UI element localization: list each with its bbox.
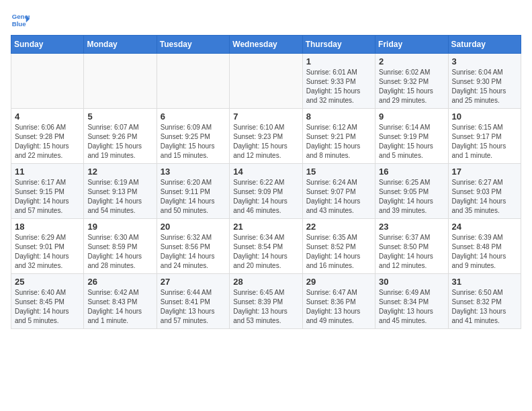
day-number: 14 <box>233 167 298 177</box>
day-number: 25 <box>15 277 80 287</box>
cell-content: Sunrise: 6:14 AM Sunset: 9:19 PM Dayligh… <box>379 123 444 161</box>
day-header-tuesday: Tuesday <box>157 36 229 54</box>
calendar-cell: 18Sunrise: 6:29 AM Sunset: 9:01 PM Dayli… <box>11 219 84 274</box>
calendar-cell: 22Sunrise: 6:35 AM Sunset: 8:52 PM Dayli… <box>302 219 375 274</box>
calendar-cell: 12Sunrise: 6:19 AM Sunset: 9:13 PM Dayli… <box>84 164 157 219</box>
day-header-thursday: Thursday <box>302 36 375 54</box>
calendar-cell: 30Sunrise: 6:49 AM Sunset: 8:34 PM Dayli… <box>375 274 448 329</box>
page-header: General Blue <box>11 11 521 30</box>
day-number: 6 <box>161 111 226 122</box>
calendar-cell: 5Sunrise: 6:07 AM Sunset: 9:26 PM Daylig… <box>84 109 157 164</box>
calendar-cell: 19Sunrise: 6:30 AM Sunset: 8:59 PM Dayli… <box>84 219 157 274</box>
calendar-week-5: 25Sunrise: 6:40 AM Sunset: 8:45 PM Dayli… <box>11 274 521 329</box>
cell-content: Sunrise: 6:06 AM Sunset: 9:28 PM Dayligh… <box>15 123 80 161</box>
cell-content: Sunrise: 6:10 AM Sunset: 9:23 PM Dayligh… <box>233 123 298 161</box>
day-number: 12 <box>87 167 152 177</box>
calendar-cell: 3Sunrise: 6:04 AM Sunset: 9:30 PM Daylig… <box>448 54 521 109</box>
day-header-saturday: Saturday <box>448 36 521 54</box>
day-number: 31 <box>452 277 517 287</box>
logo: General Blue <box>11 11 30 30</box>
day-number: 9 <box>379 111 444 122</box>
day-number: 18 <box>15 222 80 232</box>
calendar-week-2: 4Sunrise: 6:06 AM Sunset: 9:28 PM Daylig… <box>11 109 521 164</box>
calendar-week-4: 18Sunrise: 6:29 AM Sunset: 9:01 PM Dayli… <box>11 219 521 274</box>
day-number: 13 <box>161 167 226 177</box>
calendar-cell: 24Sunrise: 6:39 AM Sunset: 8:48 PM Dayli… <box>448 219 521 274</box>
day-number: 17 <box>452 167 517 177</box>
day-number: 26 <box>87 277 152 287</box>
calendar-cell: 13Sunrise: 6:20 AM Sunset: 9:11 PM Dayli… <box>157 164 229 219</box>
day-number: 16 <box>379 167 444 177</box>
day-number: 7 <box>233 111 298 122</box>
day-number: 15 <box>306 167 371 177</box>
day-number: 5 <box>87 111 152 122</box>
day-number: 30 <box>379 277 444 287</box>
calendar-cell <box>157 54 229 109</box>
cell-content: Sunrise: 6:30 AM Sunset: 8:59 PM Dayligh… <box>87 233 152 271</box>
calendar-cell: 27Sunrise: 6:44 AM Sunset: 8:41 PM Dayli… <box>157 274 229 329</box>
calendar-cell: 21Sunrise: 6:34 AM Sunset: 8:54 PM Dayli… <box>230 219 302 274</box>
cell-content: Sunrise: 6:09 AM Sunset: 9:25 PM Dayligh… <box>161 123 226 161</box>
day-number: 8 <box>306 111 371 122</box>
day-number: 21 <box>233 222 298 232</box>
calendar-cell: 11Sunrise: 6:17 AM Sunset: 9:15 PM Dayli… <box>11 164 84 219</box>
cell-content: Sunrise: 6:19 AM Sunset: 9:13 PM Dayligh… <box>87 178 152 216</box>
day-number: 3 <box>452 56 517 66</box>
cell-content: Sunrise: 6:04 AM Sunset: 9:30 PM Dayligh… <box>452 68 517 105</box>
cell-content: Sunrise: 6:29 AM Sunset: 9:01 PM Dayligh… <box>15 233 80 271</box>
day-header-sunday: Sunday <box>11 36 84 54</box>
calendar-cell: 20Sunrise: 6:32 AM Sunset: 8:56 PM Dayli… <box>157 219 229 274</box>
logo-icon: General Blue <box>11 11 30 30</box>
cell-content: Sunrise: 6:49 AM Sunset: 8:34 PM Dayligh… <box>379 288 444 326</box>
cell-content: Sunrise: 6:20 AM Sunset: 9:11 PM Dayligh… <box>161 178 226 216</box>
cell-content: Sunrise: 6:32 AM Sunset: 8:56 PM Dayligh… <box>161 233 226 271</box>
calendar-cell: 26Sunrise: 6:42 AM Sunset: 8:43 PM Dayli… <box>84 274 157 329</box>
calendar-body: 1Sunrise: 6:01 AM Sunset: 9:33 PM Daylig… <box>11 54 521 329</box>
day-number: 28 <box>233 277 298 287</box>
cell-content: Sunrise: 6:24 AM Sunset: 9:07 PM Dayligh… <box>306 178 371 216</box>
calendar-cell: 15Sunrise: 6:24 AM Sunset: 9:07 PM Dayli… <box>302 164 375 219</box>
calendar-cell: 1Sunrise: 6:01 AM Sunset: 9:33 PM Daylig… <box>302 54 375 109</box>
day-number: 11 <box>15 167 80 177</box>
calendar-cell: 6Sunrise: 6:09 AM Sunset: 9:25 PM Daylig… <box>157 109 229 164</box>
calendar-cell <box>11 54 84 109</box>
calendar-cell: 25Sunrise: 6:40 AM Sunset: 8:45 PM Dayli… <box>11 274 84 329</box>
calendar-cell: 8Sunrise: 6:12 AM Sunset: 9:21 PM Daylig… <box>302 109 375 164</box>
calendar-cell: 23Sunrise: 6:37 AM Sunset: 8:50 PM Dayli… <box>375 219 448 274</box>
day-number: 23 <box>379 222 444 232</box>
cell-content: Sunrise: 6:47 AM Sunset: 8:36 PM Dayligh… <box>306 288 371 326</box>
day-number: 2 <box>379 56 444 66</box>
cell-content: Sunrise: 6:37 AM Sunset: 8:50 PM Dayligh… <box>379 233 444 271</box>
cell-content: Sunrise: 6:02 AM Sunset: 9:32 PM Dayligh… <box>379 68 444 105</box>
calendar-cell: 9Sunrise: 6:14 AM Sunset: 9:19 PM Daylig… <box>375 109 448 164</box>
calendar-cell: 31Sunrise: 6:50 AM Sunset: 8:32 PM Dayli… <box>448 274 521 329</box>
calendar-cell: 10Sunrise: 6:15 AM Sunset: 9:17 PM Dayli… <box>448 109 521 164</box>
day-number: 27 <box>161 277 226 287</box>
calendar-week-3: 11Sunrise: 6:17 AM Sunset: 9:15 PM Dayli… <box>11 164 521 219</box>
cell-content: Sunrise: 6:50 AM Sunset: 8:32 PM Dayligh… <box>452 288 517 326</box>
cell-content: Sunrise: 6:27 AM Sunset: 9:03 PM Dayligh… <box>452 178 517 216</box>
cell-content: Sunrise: 6:25 AM Sunset: 9:05 PM Dayligh… <box>379 178 444 216</box>
day-number: 20 <box>161 222 226 232</box>
day-number: 10 <box>452 111 517 122</box>
cell-content: Sunrise: 6:40 AM Sunset: 8:45 PM Dayligh… <box>15 288 80 326</box>
calendar-week-1: 1Sunrise: 6:01 AM Sunset: 9:33 PM Daylig… <box>11 54 521 109</box>
calendar-cell: 28Sunrise: 6:45 AM Sunset: 8:39 PM Dayli… <box>230 274 302 329</box>
cell-content: Sunrise: 6:07 AM Sunset: 9:26 PM Dayligh… <box>87 123 152 161</box>
calendar-cell: 17Sunrise: 6:27 AM Sunset: 9:03 PM Dayli… <box>448 164 521 219</box>
day-number: 1 <box>306 56 371 66</box>
cell-content: Sunrise: 6:35 AM Sunset: 8:52 PM Dayligh… <box>306 233 371 271</box>
svg-text:Blue: Blue <box>12 20 26 28</box>
day-number: 22 <box>306 222 371 232</box>
cell-content: Sunrise: 6:34 AM Sunset: 8:54 PM Dayligh… <box>233 233 298 271</box>
day-header-friday: Friday <box>375 36 448 54</box>
cell-content: Sunrise: 6:44 AM Sunset: 8:41 PM Dayligh… <box>161 288 226 326</box>
calendar-header: SundayMondayTuesdayWednesdayThursdayFrid… <box>11 36 521 54</box>
cell-content: Sunrise: 6:39 AM Sunset: 8:48 PM Dayligh… <box>452 233 517 271</box>
cell-content: Sunrise: 6:15 AM Sunset: 9:17 PM Dayligh… <box>452 123 517 161</box>
calendar-table: SundayMondayTuesdayWednesdayThursdayFrid… <box>11 35 521 329</box>
calendar-cell: 29Sunrise: 6:47 AM Sunset: 8:36 PM Dayli… <box>302 274 375 329</box>
day-header-wednesday: Wednesday <box>230 36 302 54</box>
header-row: SundayMondayTuesdayWednesdayThursdayFrid… <box>11 36 521 54</box>
calendar-cell <box>230 54 302 109</box>
